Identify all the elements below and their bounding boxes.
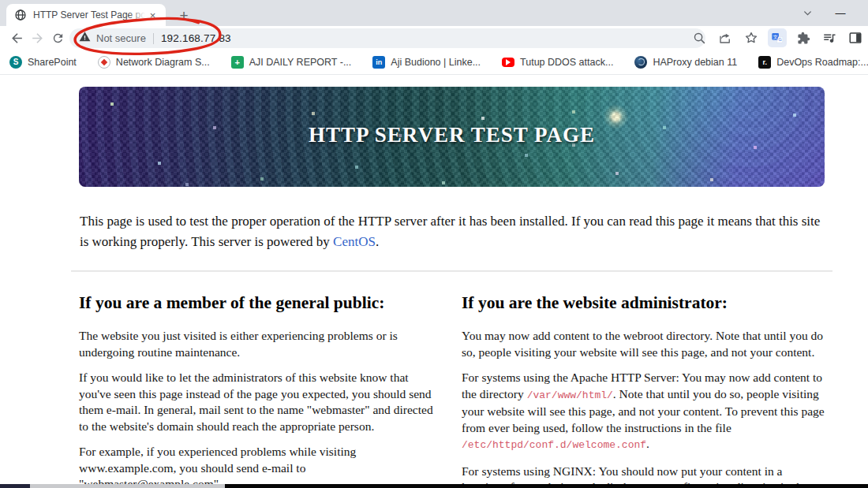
back-arrow-icon[interactable]	[6, 28, 27, 48]
general-public-heading: If you are a member of the general publi…	[79, 293, 442, 313]
tab-search-chevron-icon[interactable]	[795, 0, 819, 26]
general-public-column: If you are a member of the general publi…	[79, 293, 442, 488]
paragraph: For example, if you experienced problems…	[79, 444, 442, 488]
centos-link[interactable]: CentOS	[333, 234, 376, 249]
warning-triangle-icon[interactable]	[79, 31, 91, 46]
globe-icon	[14, 9, 27, 21]
website-administrator-column: If you are the website administrator: Yo…	[462, 293, 825, 488]
reload-icon[interactable]	[47, 28, 68, 48]
svg-text:G: G	[779, 37, 782, 42]
paragraph: You may now add content to the webroot d…	[462, 328, 825, 360]
bookmark-aji-daily-report[interactable]: + AJI DAILY REPORT -...	[231, 56, 352, 69]
playlist-music-icon[interactable]	[820, 28, 839, 47]
url-text[interactable]: 192.168.77.83	[161, 32, 231, 44]
two-column-section: If you are a member of the general publi…	[79, 293, 825, 488]
address-bar[interactable]: Not secure 192.168.77.83	[69, 28, 705, 48]
bookmark-sharepoint[interactable]: S SharePoint	[9, 56, 77, 69]
puzzle-icon[interactable]	[794, 28, 813, 47]
maximize-button[interactable]	[859, 0, 868, 26]
youtube-icon	[502, 58, 514, 67]
share-icon[interactable]	[716, 28, 735, 47]
paragraph: If you would like to let the administrat…	[79, 370, 442, 434]
google-translate-icon[interactable]: 文G	[768, 28, 787, 47]
google-sheets-icon: +	[231, 56, 244, 69]
paragraph: For systems using the Apache HTTP Server…	[462, 370, 825, 454]
sharepoint-icon: S	[9, 56, 22, 69]
paragraph: The website you just visited is either e…	[79, 328, 442, 360]
apache-docroot-path: /var/www/html/	[527, 389, 613, 401]
banner-title: HTTP SERVER TEST PAGE	[79, 123, 825, 147]
tab-close-icon[interactable]: ×	[146, 9, 159, 22]
minimize-button[interactable]: —	[827, 0, 854, 26]
page-banner: HTTP SERVER TEST PAGE	[79, 87, 825, 187]
horizontal-rule	[71, 270, 832, 272]
toolbar-right-icons: 文G	[690, 26, 865, 50]
search-icon[interactable]	[690, 28, 709, 47]
tab-strip: HTTP Server Test Page powered × + —	[0, 0, 868, 26]
bookmark-youtube[interactable]: Tutup DDOS attack...	[502, 57, 613, 68]
security-label[interactable]: Not secure	[96, 32, 146, 44]
side-panel-icon[interactable]	[846, 28, 865, 47]
web-page-content: HTTP SERVER TEST PAGE This page is used …	[0, 76, 868, 488]
svg-text:文: 文	[773, 34, 778, 39]
banner-sparkles	[110, 102, 114, 106]
bookmark-haproxy[interactable]: HAProxy debian 11	[634, 56, 737, 69]
welcome-conf-path: /etc/httpd/conf.d/welcome.conf	[462, 439, 646, 451]
new-tab-button[interactable]: +	[174, 6, 194, 26]
toolbar: Not secure 192.168.77.83 文G	[0, 26, 868, 50]
bookmark-linkedin[interactable]: in Aji Budiono | Linke...	[372, 56, 481, 69]
roadmap-icon: r.	[758, 56, 771, 69]
tab-http-server-test-page[interactable]: HTTP Server Test Page powered ×	[6, 4, 166, 26]
forward-arrow-icon[interactable]	[27, 28, 47, 48]
browser-window: HTTP Server Test Page powered × + — Not …	[0, 0, 868, 488]
linkedin-icon: in	[372, 56, 385, 69]
screen-bottom-edge	[0, 484, 868, 488]
haproxy-icon	[634, 56, 647, 69]
omnibox-divider	[153, 33, 154, 44]
bookmark-star-icon[interactable]	[742, 28, 761, 47]
bookmarks-bar: S SharePoint Network Diagram S... + AJI …	[0, 50, 868, 75]
bookmark-network-diagram[interactable]: Network Diagram S...	[98, 56, 210, 69]
network-diagram-icon	[98, 56, 110, 69]
intro-paragraph: This page is used to test the proper ope…	[80, 211, 823, 251]
website-administrator-heading: If you are the website administrator:	[462, 293, 825, 313]
tab-title: HTTP Server Test Page powered	[33, 9, 145, 20]
bookmark-devops-roadmap[interactable]: r. DevOps Roadmap:...	[758, 56, 868, 69]
